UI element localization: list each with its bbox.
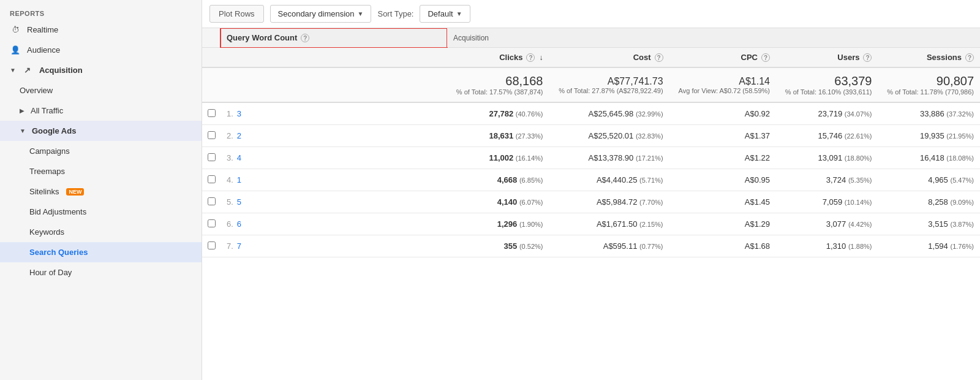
sidebar-item-label: Bid Adjustments bbox=[29, 207, 86, 216]
acquisition-section-header: Acquisition bbox=[447, 28, 980, 48]
users-cell: 23,719 (34.07%) bbox=[776, 102, 878, 125]
plot-rows-button[interactable]: Plot Rows bbox=[209, 5, 264, 23]
secondary-dimension-dropdown[interactable]: Secondary dimension ▼ bbox=[270, 5, 372, 23]
row-number: 4. bbox=[227, 175, 233, 184]
clicks-value: 355 bbox=[504, 241, 518, 251]
sidebar-item-label: Campaigns bbox=[29, 146, 70, 156]
sessions-cell: 1,594 (1.76%) bbox=[878, 235, 980, 257]
help-icon[interactable]: ? bbox=[965, 53, 974, 62]
cost-value: A$13,378.90 bbox=[589, 153, 634, 162]
table-row: 2. 2 18,631 (27.33%) A$25,520.01 (32.83%… bbox=[202, 125, 980, 147]
cost-label: Cost bbox=[633, 53, 651, 62]
cost-pct: (7.70%) bbox=[639, 199, 663, 206]
users-value: 13,091 bbox=[818, 153, 842, 162]
sidebar-item-label: Sitelinks bbox=[29, 187, 59, 196]
sidebar-item-label: Treemaps bbox=[29, 167, 65, 176]
users-cell: 13,091 (18.80%) bbox=[776, 147, 878, 169]
sidebar-reports-label: REPORTS bbox=[0, 5, 202, 20]
query-link[interactable]: 3 bbox=[237, 109, 241, 118]
clicks-value: 27,782 bbox=[489, 109, 513, 118]
sidebar-item-acquisition[interactable]: ▼ ↗ Acquisition bbox=[0, 60, 202, 80]
sort-type-dropdown[interactable]: Default ▼ bbox=[420, 5, 470, 23]
sidebar-item-treemaps[interactable]: Treemaps bbox=[0, 161, 202, 181]
query-link[interactable]: 2 bbox=[237, 131, 241, 140]
row-number: 3. bbox=[227, 153, 233, 162]
sessions-label: Sessions bbox=[927, 53, 962, 62]
sessions-pct: (18.08%) bbox=[946, 154, 974, 162]
cost-value: A$1,671.50 bbox=[597, 219, 638, 229]
row-checkbox[interactable] bbox=[202, 213, 221, 235]
users-cell: 3,077 (4.42%) bbox=[776, 213, 878, 235]
query-link[interactable]: 1 bbox=[237, 175, 241, 184]
cost-value: A$5,984.72 bbox=[597, 197, 638, 207]
cost-pct: (5.71%) bbox=[639, 177, 663, 184]
row-number: 2. bbox=[227, 131, 233, 140]
sidebar-item-label: Search Queries bbox=[29, 248, 88, 257]
row-checkbox[interactable] bbox=[202, 169, 221, 191]
cost-pct: (0.77%) bbox=[639, 243, 663, 250]
sidebar-item-keywords[interactable]: Keywords bbox=[0, 222, 202, 242]
help-icon[interactable]: ? bbox=[761, 53, 770, 62]
sidebar-item-audience[interactable]: 👤 Audience bbox=[0, 40, 202, 60]
query-link[interactable]: 5 bbox=[237, 197, 241, 207]
row-checkbox[interactable] bbox=[202, 125, 221, 147]
clicks-pct: (6.07%) bbox=[519, 199, 543, 206]
row-checkbox[interactable] bbox=[202, 147, 221, 169]
sidebar-item-all-traffic[interactable]: ▶ All Traffic bbox=[0, 101, 202, 121]
table-row: 1. 3 27,782 (40.76%) A$25,645.98 (32.99%… bbox=[202, 102, 980, 125]
sidebar-item-google-ads[interactable]: ▼ Google Ads bbox=[0, 121, 202, 141]
clicks-column-header[interactable]: Clicks ? ↓ bbox=[447, 48, 549, 68]
row-number: 7. bbox=[227, 241, 233, 251]
sidebar-item-realtime[interactable]: ⏱ Realtime bbox=[0, 20, 202, 40]
cpc-cell: A$1.68 bbox=[669, 235, 776, 257]
cost-pct: (2.15%) bbox=[639, 221, 663, 228]
help-icon[interactable]: ? bbox=[863, 53, 872, 62]
sidebar-item-campaigns[interactable]: Campaigns bbox=[0, 141, 202, 161]
sessions-column-header[interactable]: Sessions ? bbox=[878, 48, 980, 68]
query-link[interactable]: 4 bbox=[237, 153, 241, 162]
row-checkbox[interactable] bbox=[202, 102, 221, 125]
sessions-value: 8,258 bbox=[928, 197, 948, 207]
help-icon[interactable]: ? bbox=[526, 53, 535, 62]
query-word-count-label: Query Word Count bbox=[227, 33, 297, 42]
cost-value: A$4,440.25 bbox=[597, 175, 638, 184]
row-checkbox[interactable] bbox=[202, 235, 221, 257]
help-icon[interactable]: ? bbox=[301, 34, 309, 42]
users-cell: 3,724 (5.35%) bbox=[776, 169, 878, 191]
sidebar-item-bid-adjustments[interactable]: Bid Adjustments bbox=[0, 202, 202, 222]
sidebar-item-sitelinks[interactable]: Sitelinks NEW bbox=[0, 181, 202, 202]
query-link[interactable]: 7 bbox=[237, 241, 241, 251]
users-pct: (34.07%) bbox=[845, 110, 872, 118]
cpc-value: A$1.45 bbox=[745, 197, 770, 207]
help-icon[interactable]: ? bbox=[655, 53, 663, 62]
clicks-value: 18,631 bbox=[489, 131, 513, 140]
cpc-cell: A$0.92 bbox=[669, 102, 776, 125]
cpc-value: A$1.22 bbox=[745, 153, 770, 162]
query-cell: 1. 3 bbox=[221, 102, 447, 125]
sidebar-item-hour-of-day[interactable]: Hour of Day bbox=[0, 262, 202, 283]
cost-cell: A$13,378.90 (17.21%) bbox=[549, 147, 669, 169]
sidebar-item-search-queries[interactable]: Search Queries bbox=[0, 242, 202, 262]
cost-column-header[interactable]: Cost ? bbox=[549, 48, 669, 68]
cost-cell: A$4,440.25 (5.71%) bbox=[549, 169, 669, 191]
cpc-column-header[interactable]: CPC ? bbox=[669, 48, 776, 68]
cost-cell: A$595.11 (0.77%) bbox=[549, 235, 669, 257]
table-row: 6. 6 1,296 (1.90%) A$1,671.50 (2.15%) A$… bbox=[202, 213, 980, 235]
users-pct: (5.35%) bbox=[848, 177, 872, 184]
row-number: 6. bbox=[227, 219, 233, 229]
chevron-right-icon: ▶ bbox=[20, 107, 24, 114]
users-pct: (22.61%) bbox=[845, 132, 872, 140]
row-checkbox[interactable] bbox=[202, 191, 221, 213]
users-value: 3,077 bbox=[826, 219, 846, 229]
users-column-header[interactable]: Users ? bbox=[776, 48, 878, 68]
query-link[interactable]: 6 bbox=[237, 219, 241, 229]
cpc-value: A$1.29 bbox=[745, 219, 770, 229]
users-cell: 1,310 (1.88%) bbox=[776, 235, 878, 257]
sidebar: REPORTS ⏱ Realtime 👤 Audience ▼ ↗ Acquis… bbox=[0, 0, 202, 380]
cpc-value: A$1.37 bbox=[745, 131, 770, 140]
sessions-pct: (37.32%) bbox=[946, 110, 974, 118]
cost-value: A$25,645.98 bbox=[589, 109, 634, 118]
sessions-value: 16,418 bbox=[920, 153, 944, 162]
sessions-cell: 19,935 (21.95%) bbox=[878, 125, 980, 147]
sidebar-item-overview[interactable]: Overview bbox=[0, 80, 202, 101]
